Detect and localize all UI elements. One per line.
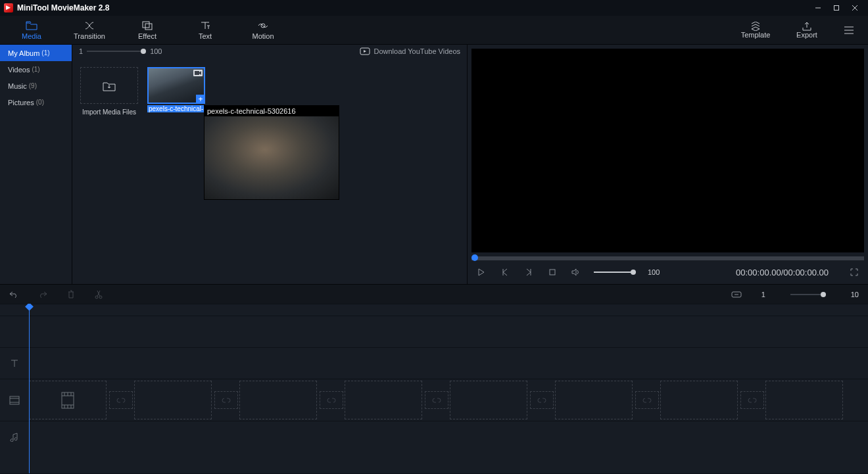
transition-slot[interactable] xyxy=(214,391,238,409)
thumbnail-size-slider[interactable] xyxy=(87,51,146,52)
transition-link-icon xyxy=(537,396,546,404)
tab-text-label: Text xyxy=(199,32,212,40)
media-clip[interactable]: + xyxy=(147,67,205,104)
sidebar-item-label: Music xyxy=(8,82,27,90)
timeline xyxy=(0,304,868,473)
timeline-zoom-slider[interactable] xyxy=(790,294,826,295)
effect-icon xyxy=(142,20,153,31)
import-icon xyxy=(102,80,116,91)
video-clip-slot[interactable] xyxy=(239,381,317,419)
sidebar-item-count: (9) xyxy=(29,82,37,89)
video-track-body[interactable] xyxy=(29,379,868,421)
tab-effect-label: Effect xyxy=(138,32,157,40)
transition-link-icon xyxy=(327,396,336,404)
app-title: MiniTool MovieMaker 2.8 xyxy=(17,3,109,12)
video-clip-slot[interactable] xyxy=(29,381,107,419)
transition-link-icon xyxy=(642,396,652,404)
video-clip-slot[interactable] xyxy=(660,381,738,419)
template-button[interactable]: Template xyxy=(730,16,781,44)
folder-icon xyxy=(26,20,37,31)
transition-slot[interactable] xyxy=(740,391,764,409)
transition-link-icon xyxy=(432,396,441,404)
tooltip-filename: pexels-c-technical-5302616 xyxy=(205,106,339,116)
fullscreen-button[interactable] xyxy=(848,268,860,276)
menu-button[interactable] xyxy=(832,16,865,44)
preview-controls: 100 00:00:00.00/00:00:00.00 xyxy=(468,260,868,284)
clip-filename[interactable]: pexels-c-technical-53... xyxy=(147,105,205,112)
transition-slot[interactable] xyxy=(109,391,133,409)
audio-track[interactable] xyxy=(0,421,868,452)
text-track[interactable] xyxy=(0,347,868,379)
sidebar-item-videos[interactable]: Videos (1) xyxy=(0,61,72,78)
timeline-zoom-min: 1 xyxy=(761,291,765,298)
sidebar-item-myalbum[interactable]: My Album (1) xyxy=(0,45,72,61)
timeline-zoom-max: 10 xyxy=(851,291,859,298)
split-button[interactable] xyxy=(95,290,103,299)
export-icon xyxy=(802,22,812,31)
mute-button[interactable] xyxy=(570,268,582,276)
preview-canvas xyxy=(471,49,864,252)
tab-effect[interactable]: Effect xyxy=(118,16,176,44)
timeline-ruler[interactable] xyxy=(0,304,868,316)
maximize-button[interactable] xyxy=(827,0,846,16)
video-clip-slot[interactable] xyxy=(765,381,843,419)
media-header: 1 100 Download YouTube Videos xyxy=(72,45,467,58)
tab-transition[interactable]: Transition xyxy=(60,16,118,44)
main-content: My Album (1) Videos (1) Music (9) Pictur… xyxy=(0,45,868,284)
tab-media-label: Media xyxy=(22,32,41,40)
play-button[interactable] xyxy=(475,268,487,276)
minimize-button[interactable] xyxy=(809,0,827,16)
download-youtube-button[interactable]: Download YouTube Videos xyxy=(360,47,461,55)
tab-text[interactable]: Text xyxy=(176,16,234,44)
svg-rect-16 xyxy=(10,396,19,404)
prev-frame-button[interactable] xyxy=(499,268,511,276)
clip-tooltip: pexels-c-technical-5302616 xyxy=(204,105,339,200)
export-button[interactable]: Export xyxy=(781,16,832,44)
stop-button[interactable] xyxy=(546,268,558,276)
download-youtube-label: Download YouTube Videos xyxy=(374,47,461,55)
import-media-button[interactable]: Import Media Files xyxy=(80,67,138,104)
undo-button[interactable] xyxy=(9,291,18,298)
fit-button[interactable] xyxy=(731,291,742,298)
transition-link-icon xyxy=(222,396,231,404)
video-track[interactable] xyxy=(0,379,868,421)
delete-button[interactable] xyxy=(67,290,75,299)
video-clip-slot[interactable] xyxy=(555,381,633,419)
film-icon xyxy=(60,392,76,409)
playhead[interactable] xyxy=(29,304,30,473)
youtube-icon xyxy=(360,47,370,55)
zoom-knob[interactable] xyxy=(821,292,826,297)
sidebar-item-pictures[interactable]: Pictures (0) xyxy=(0,94,72,110)
edit-toolbar: 1 10 xyxy=(0,284,868,304)
transition-icon xyxy=(84,20,95,31)
sidebar-item-music[interactable]: Music (9) xyxy=(0,78,72,94)
video-clip-slot[interactable] xyxy=(450,381,527,419)
next-frame-button[interactable] xyxy=(523,268,535,276)
transition-slot[interactable] xyxy=(530,391,554,409)
tab-motion[interactable]: Motion xyxy=(234,16,292,44)
add-to-timeline-button[interactable]: + xyxy=(196,95,205,104)
text-icon xyxy=(200,20,210,31)
main-toolbar: Media Transition Effect Text Motion Temp… xyxy=(0,16,868,45)
video-clip-slot[interactable] xyxy=(134,381,212,419)
tab-transition-label: Transition xyxy=(74,32,105,40)
transition-slot[interactable] xyxy=(320,391,343,409)
transition-slot[interactable] xyxy=(635,391,659,409)
svg-rect-1 xyxy=(834,6,839,11)
video-clip-slot[interactable] xyxy=(345,381,422,419)
volume-slider[interactable] xyxy=(594,272,636,273)
transition-link-icon xyxy=(116,396,126,404)
title-bar: MiniTool MovieMaker 2.8 xyxy=(0,0,868,16)
slider-knob[interactable] xyxy=(141,49,146,54)
close-button[interactable] xyxy=(846,0,864,16)
volume-knob[interactable] xyxy=(631,270,636,275)
media-library: 1 100 Download YouTube Videos Import Med… xyxy=(72,45,467,284)
transition-slot[interactable] xyxy=(425,391,448,409)
tab-media[interactable]: Media xyxy=(3,16,60,44)
preview-scrubber[interactable] xyxy=(471,256,864,260)
redo-button[interactable] xyxy=(38,291,47,298)
motion-icon xyxy=(257,20,269,31)
window-controls xyxy=(809,0,864,16)
export-label: Export xyxy=(796,31,817,39)
scrubber-handle[interactable] xyxy=(471,254,478,261)
